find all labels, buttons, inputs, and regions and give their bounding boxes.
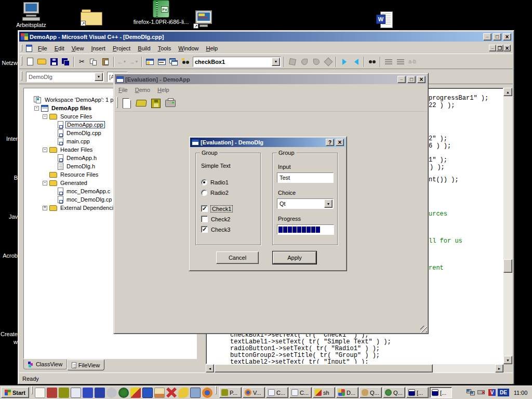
- prev-bookmark-button[interactable]: [350, 56, 362, 68]
- close-button[interactable]: [417, 76, 425, 83]
- desktop-icon-folder[interactable]: ↗: [81, 9, 104, 29]
- find-in-workspace-icon[interactable]: [180, 56, 192, 68]
- desktop-icon-display[interactable]: ↗: [193, 10, 216, 30]
- scroll-up-button[interactable]: ▲: [503, 88, 512, 96]
- printer-error-tray-icon[interactable]: ×: [477, 389, 486, 396]
- desktop-label-browser[interactable]: B: [0, 175, 18, 181]
- minimize-button[interactable]: [483, 33, 491, 41]
- menu-tools[interactable]: Tools: [154, 44, 175, 53]
- menu-view[interactable]: View: [68, 44, 88, 53]
- checkbox-checked-icon[interactable]: [201, 205, 208, 212]
- scroll-thumb[interactable]: [215, 364, 433, 373]
- check1-option[interactable]: Check1: [201, 205, 232, 212]
- menu-file[interactable]: File: [115, 85, 131, 95]
- cancel-button[interactable]: Cancel: [216, 251, 259, 264]
- radio-unchecked-icon[interactable]: [201, 190, 207, 196]
- toolbar-grip[interactable]: [21, 56, 22, 65]
- class-combo-dropdown[interactable]: ▼: [95, 73, 103, 81]
- toolbar-grip[interactable]: [21, 44, 22, 51]
- find-combo-dropdown[interactable]: ▼: [272, 58, 280, 66]
- choice-combo[interactable]: Qt ▼: [277, 198, 334, 209]
- new-file-button[interactable]: [24, 56, 36, 68]
- scroll-right-button[interactable]: ►: [495, 364, 503, 373]
- ql-image-icon[interactable]: [154, 388, 165, 398]
- find-icon[interactable]: [366, 56, 378, 68]
- help-button[interactable]: [326, 139, 334, 146]
- save-doc-button[interactable]: [149, 96, 163, 111]
- language-indicator[interactable]: DE: [498, 389, 509, 396]
- start-button[interactable]: Start: [1, 387, 29, 398]
- resize-grip[interactable]: [420, 326, 427, 332]
- next-bookmark-button[interactable]: [338, 56, 350, 68]
- desktop-icon-firefox-archive[interactable]: Fx firefox-1.0PR-i686-li...: [125, 0, 197, 25]
- radio2-option[interactable]: Radio2: [201, 190, 229, 196]
- expand-icon[interactable]: [43, 206, 47, 210]
- ql-editor-icon[interactable]: [71, 388, 81, 398]
- input-field[interactable]: [277, 172, 334, 183]
- task-button-8[interactable]: Q...: [383, 387, 405, 398]
- wizard4-button[interactable]: [322, 56, 334, 68]
- menu-help[interactable]: Help: [154, 85, 173, 95]
- minimize-button[interactable]: [397, 76, 406, 83]
- task-button-5[interactable]: sh: [313, 387, 335, 398]
- collapse-icon[interactable]: [43, 114, 47, 119]
- ql-chess2-icon[interactable]: [95, 388, 105, 398]
- indent-button[interactable]: [382, 56, 394, 68]
- window-list-button[interactable]: [168, 56, 180, 68]
- desktop-label-netzwerk[interactable]: Netzw: [0, 60, 18, 66]
- task-button-6[interactable]: D...: [336, 387, 358, 398]
- task-button-9[interactable]: [...: [406, 387, 429, 398]
- close-button[interactable]: [503, 33, 511, 41]
- output-pane-button[interactable]: [156, 56, 168, 68]
- collapse-icon[interactable]: [34, 106, 39, 111]
- radio-checked-icon[interactable]: [201, 179, 207, 185]
- paste-button[interactable]: [100, 56, 112, 68]
- task-button-4[interactable]: C...: [289, 387, 312, 398]
- collapse-icon[interactable]: [43, 148, 47, 152]
- antivirus-tray-icon[interactable]: V: [488, 389, 496, 396]
- cut-button[interactable]: ✂: [76, 56, 88, 68]
- menu-edit[interactable]: Edit: [51, 44, 68, 53]
- toolbar-grip[interactable]: [21, 71, 22, 81]
- task-button-7[interactable]: Q...: [360, 387, 382, 398]
- menu-insert[interactable]: Insert: [87, 44, 109, 53]
- scroll-down-button[interactable]: ▼: [503, 356, 512, 364]
- apply-button[interactable]: Apply: [273, 251, 316, 264]
- open-doc-button[interactable]: [134, 96, 149, 111]
- ql-fish-icon[interactable]: [178, 388, 189, 398]
- ql-notes-icon[interactable]: [35, 388, 45, 398]
- undo-button[interactable]: ←▼: [116, 56, 128, 68]
- find-combo-input[interactable]: [193, 59, 272, 65]
- menu-help[interactable]: Help: [202, 44, 221, 53]
- taskbar-grip[interactable]: [31, 386, 33, 394]
- save-button[interactable]: [48, 56, 60, 68]
- check3-option[interactable]: Check3: [201, 226, 230, 233]
- check2-option[interactable]: Check2: [201, 216, 230, 222]
- desktop-label-java[interactable]: Jav: [0, 214, 18, 220]
- desktop-icon-word-doc[interactable]: W: [375, 11, 396, 30]
- task-button-3[interactable]: C...: [266, 387, 288, 398]
- ql-calculator-icon[interactable]: [142, 388, 153, 398]
- maximize-button[interactable]: [407, 76, 416, 83]
- mdi-restore-button[interactable]: [496, 45, 503, 51]
- menu-build[interactable]: Build: [134, 44, 154, 53]
- classwizard-button[interactable]: [286, 56, 298, 68]
- taskbar-grip[interactable]: [215, 386, 217, 394]
- workspace-pane-button[interactable]: [144, 56, 156, 68]
- tab-classview[interactable]: ClassView: [23, 360, 67, 369]
- open-file-button[interactable]: [36, 56, 48, 68]
- wizard3-button[interactable]: [310, 56, 322, 68]
- menu-file[interactable]: File: [34, 44, 51, 53]
- find-combo[interactable]: ▼: [193, 57, 281, 67]
- ql-firefox-icon[interactable]: [202, 388, 212, 398]
- redo-button[interactable]: →▼: [128, 56, 140, 68]
- ql-globe-icon[interactable]: [118, 388, 129, 398]
- wizard2-button[interactable]: [298, 56, 310, 68]
- scroll-thumb[interactable]: [503, 259, 512, 273]
- ab-compare-icon[interactable]: a-b: [406, 56, 418, 68]
- ql-opera-icon[interactable]: [107, 388, 117, 398]
- desktop-label-create2[interactable]: w: [0, 339, 18, 345]
- mdi-minimize-button[interactable]: [489, 45, 496, 51]
- choice-combo-dropdown[interactable]: ▼: [324, 200, 332, 208]
- checkbox-unchecked-icon[interactable]: [201, 216, 208, 222]
